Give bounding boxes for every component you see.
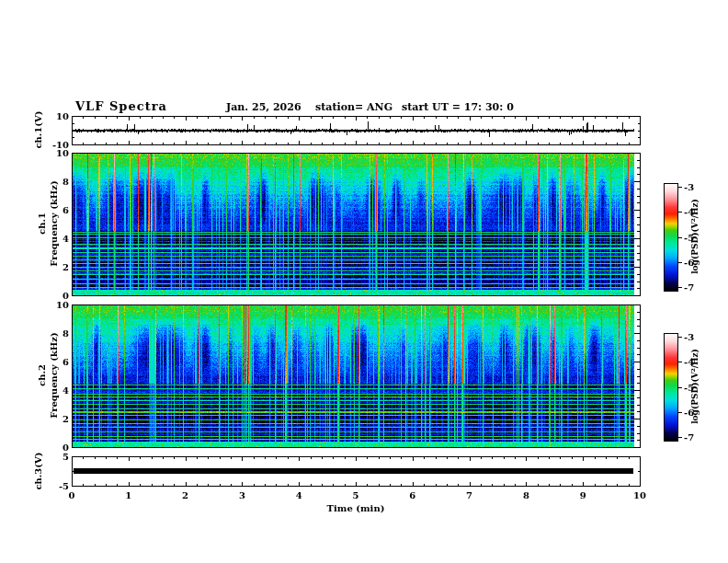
- ch2-freq-tick-label: 2: [63, 414, 69, 424]
- ch2-spectrogram-axis-label-line2: Frequency (kHz): [49, 332, 59, 418]
- start-ut-label: start UT = 17: 30: 0: [402, 101, 514, 113]
- colorbar2-tick-label: -6: [684, 407, 694, 417]
- x-tick-label: 10: [633, 490, 646, 500]
- x-tick-label: 0: [69, 490, 75, 500]
- ch1-freq-tick-label: 10: [56, 148, 69, 158]
- ch3-voltage-tick-label: -5: [59, 481, 69, 491]
- plot-canvas: [0, 0, 728, 563]
- colorbar1-tick-label: -3: [684, 182, 694, 192]
- colorbar1-tick-label: -4: [684, 207, 694, 217]
- colorbar1-tick-label: -6: [684, 257, 694, 267]
- ch1-freq-tick-label: 4: [63, 234, 69, 244]
- ch2-freq-tick-label: 4: [63, 385, 69, 396]
- colorbar1-tick-label: -7: [684, 282, 694, 293]
- x-axis-title: Time (min): [327, 503, 385, 513]
- ch1-spectrogram-axis-label-line2: Frequency (kHz): [49, 180, 59, 266]
- ch1-freq-tick-label: 6: [63, 205, 69, 215]
- ch3-voltage-axis-label: ch.3(V): [33, 452, 43, 489]
- x-tick-label: 7: [466, 490, 472, 500]
- ch2-spectrogram-axis-label-line1: ch.2: [37, 364, 47, 386]
- ch1-freq-tick-label: 8: [63, 177, 69, 187]
- ch3-voltage-tick-label: 5: [63, 452, 69, 462]
- date-label: Jan. 25, 2026: [226, 101, 301, 113]
- ch2-freq-tick-label: 8: [63, 328, 69, 339]
- ch1-freq-tick-label: 2: [63, 262, 69, 272]
- x-tick-label: 2: [182, 490, 188, 500]
- ch1-voltage-tick-label: 10: [56, 111, 69, 121]
- page-title: VLF Spectra: [75, 99, 167, 113]
- station-label: station= ANG: [315, 101, 392, 113]
- ch2-freq-tick-label: 10: [56, 300, 69, 310]
- x-tick-label: 3: [239, 490, 245, 500]
- x-tick-label: 4: [296, 490, 302, 500]
- colorbar2-tick-label: -4: [684, 357, 694, 367]
- ch2-freq-tick-label: 6: [63, 357, 69, 367]
- colorbar2-tick-label: -3: [684, 332, 694, 342]
- vlf-spectra-display: VLF Spectra Jan. 25, 2026 station= ANG s…: [0, 0, 728, 563]
- x-tick-label: 5: [353, 490, 359, 500]
- colorbar2-tick-label: -7: [684, 432, 694, 442]
- ch1-spectrogram-axis-label-line1: ch.1: [37, 213, 47, 235]
- ch1-voltage-axis-label: ch.1(V): [33, 110, 43, 148]
- colorbar2-tick-label: -5: [684, 382, 694, 392]
- x-tick-label: 1: [125, 490, 131, 500]
- x-tick-label: 6: [409, 490, 415, 500]
- x-tick-label: 9: [580, 490, 586, 500]
- colorbar1-tick-label: -5: [684, 232, 694, 242]
- x-tick-label: 8: [523, 490, 529, 500]
